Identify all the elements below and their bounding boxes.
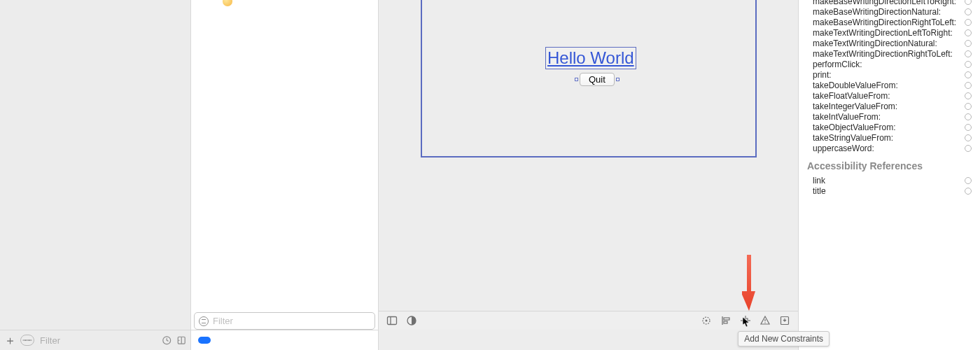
outline-item-icon: [223, 0, 232, 6]
connection-outlet[interactable]: [965, 0, 972, 5]
connection-outlet[interactable]: [965, 92, 972, 99]
svg-rect-4: [388, 317, 397, 325]
svg-point-18: [764, 322, 765, 323]
navigator-panel: ＋: [0, 0, 191, 350]
connection-outlet[interactable]: [965, 103, 972, 110]
connection-outlet[interactable]: [965, 82, 972, 89]
resize-handle-left[interactable]: [575, 78, 578, 81]
action-row[interactable]: takeStringValueFrom:: [799, 132, 980, 143]
inspector-panel: makeBaseWritingDirectionLeftToRight: mak…: [799, 0, 980, 350]
cursor-icon: [742, 316, 750, 328]
action-row[interactable]: makeBaseWritingDirectionNatural:: [799, 6, 980, 17]
update-frames-icon[interactable]: [700, 314, 713, 327]
svg-rect-11: [724, 321, 727, 323]
action-row[interactable]: takeObjectValueFrom:: [799, 122, 980, 132]
view-controller-frame[interactable]: Hello World Quit: [421, 0, 757, 158]
interface-builder-canvas[interactable]: Hello World Quit: [379, 0, 799, 350]
connection-outlet[interactable]: [965, 177, 972, 184]
annotation-arrow: [742, 255, 756, 311]
document-outline-panel: [191, 0, 379, 350]
appearance-icon[interactable]: [405, 314, 418, 327]
connection-outlet[interactable]: [965, 19, 972, 26]
connection-outlet[interactable]: [965, 188, 972, 195]
action-row[interactable]: takeFloatValueFrom:: [799, 90, 980, 101]
connection-outlet[interactable]: [965, 145, 972, 152]
action-row[interactable]: makeTextWritingDirectionRightToLeft:: [799, 48, 980, 59]
constraints-tooltip: Add New Constraints: [738, 331, 830, 346]
connection-outlet[interactable]: [965, 50, 972, 57]
add-button[interactable]: ＋: [4, 332, 16, 349]
navigator-filter-input[interactable]: [38, 335, 158, 346]
action-row[interactable]: makeTextWritingDirectionLeftToRight:: [799, 27, 980, 38]
embed-in-icon[interactable]: [778, 314, 791, 327]
connection-outlet[interactable]: [965, 8, 972, 15]
scope-toggle[interactable]: [20, 335, 34, 346]
connection-outlet[interactable]: [965, 29, 972, 36]
action-row[interactable]: performClick:: [799, 59, 980, 69]
svg-point-0: [25, 340, 27, 341]
connection-outlet[interactable]: [965, 71, 972, 78]
recent-icon[interactable]: [162, 335, 172, 346]
svg-rect-10: [724, 318, 729, 320]
accessibility-ref-row[interactable]: title: [799, 186, 980, 196]
connection-outlet[interactable]: [965, 40, 972, 47]
navigator-filter-bar: ＋: [0, 330, 190, 350]
outline-filter-bar: [194, 312, 375, 330]
resolve-issues-icon[interactable]: [759, 314, 771, 327]
connection-outlet[interactable]: [965, 134, 972, 141]
connection-outlet[interactable]: [965, 124, 972, 131]
canvas-bottom-bar: [379, 311, 798, 330]
quit-button-selection[interactable]: Quit: [575, 73, 620, 86]
connection-outlet[interactable]: [965, 113, 972, 120]
svg-point-8: [706, 320, 708, 322]
action-row[interactable]: takeIntValueFrom:: [799, 111, 980, 122]
filter-icon: [199, 316, 209, 326]
sent-actions-list: makeBaseWritingDirectionLeftToRight: mak…: [799, 0, 980, 153]
action-row[interactable]: makeBaseWritingDirectionRightToLeft:: [799, 17, 980, 27]
accessibility-references-header: Accessibility References: [799, 153, 980, 175]
action-row[interactable]: print:: [799, 69, 980, 80]
outline-status-bar: [191, 330, 378, 350]
action-row[interactable]: takeIntegerValueFrom:: [799, 101, 980, 111]
outline-filter-input[interactable]: [213, 316, 370, 326]
resize-handle-right[interactable]: [616, 78, 620, 81]
svg-point-1: [29, 340, 30, 341]
scm-icon[interactable]: [176, 335, 186, 346]
panel-toggle-icon[interactable]: [386, 314, 398, 327]
action-row[interactable]: uppercaseWord:: [799, 143, 980, 153]
action-row[interactable]: makeTextWritingDirectionNatural:: [799, 38, 980, 48]
hello-world-label[interactable]: Hello World: [545, 47, 636, 69]
action-row[interactable]: takeDoubleValueFrom:: [799, 80, 980, 90]
action-row[interactable]: makeBaseWritingDirectionLeftToRight:: [799, 0, 980, 6]
connection-outlet[interactable]: [965, 61, 972, 68]
align-icon[interactable]: [720, 314, 732, 327]
quit-button[interactable]: Quit: [580, 73, 615, 86]
selection-indicator: [198, 337, 211, 344]
accessibility-ref-row[interactable]: link: [799, 175, 980, 186]
